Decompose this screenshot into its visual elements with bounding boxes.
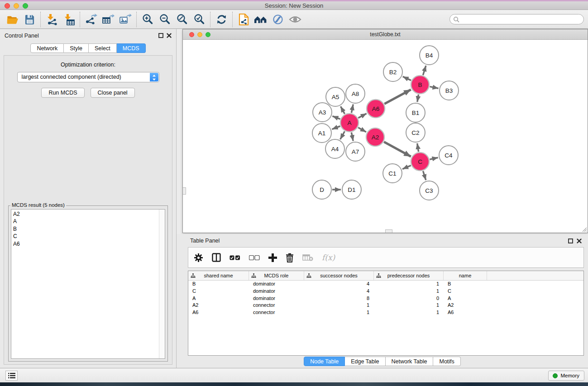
graph-node-B1[interactable]: B1 [406,103,425,122]
mcds-result-item[interactable]: A [13,218,165,225]
export-image-button[interactable] [117,11,134,28]
tab-network-table[interactable]: Network Table [386,357,434,366]
delete-column-button[interactable] [286,251,294,264]
table-cell[interactable]: A [188,295,249,302]
graph-edge-B-B1[interactable] [417,95,419,102]
graph-node-A8[interactable]: A8 [346,84,365,103]
home-button[interactable] [252,11,269,28]
table-cell[interactable]: C [444,288,487,295]
graph-node-A2[interactable]: A2 [366,128,384,146]
table-row[interactable]: A6connector11A6 [188,309,583,316]
table-cell[interactable]: 1 [304,309,374,316]
resize-grip-icon[interactable] [581,226,587,232]
table-cell[interactable]: 4 [304,281,374,288]
graph-edge-C-C1[interactable] [402,166,411,169]
zoom-fit-button[interactable] [173,11,191,28]
tab-select[interactable]: Select [89,43,117,53]
close-panel-icon[interactable] [167,33,172,38]
run-mcds-button[interactable]: Run MCDS [41,88,84,98]
graph-edge-A-A1[interactable] [332,126,340,129]
graph-edge-A-A2[interactable] [358,128,366,132]
close-panel-button[interactable]: Close panel [91,88,135,98]
vertical-scroll-indicator[interactable] [183,187,186,195]
table-cell[interactable]: 1 [374,309,444,316]
table-cell[interactable]: 0 [374,295,444,302]
table-row[interactable]: Adominator80A [188,295,583,302]
tab-node-table[interactable]: Node Table [304,357,345,366]
zoom-out-button[interactable] [156,11,173,28]
table-cell[interactable]: A6 [188,309,249,316]
graph-edge-C-C3[interactable] [423,171,426,180]
mcds-result-item[interactable]: C [13,233,165,240]
column-header-shared-name[interactable]: shared name [188,271,249,280]
deselect-all-columns-button[interactable] [249,251,260,264]
import-network-button[interactable] [43,11,60,28]
table-settings-button[interactable] [194,251,203,264]
close-window-button[interactable] [5,3,10,9]
graph-node-A[interactable]: A [340,114,359,132]
table-cell[interactable]: A2 [444,302,487,309]
graph-node-C3[interactable]: C3 [420,181,439,200]
graph-node-A4[interactable]: A4 [325,139,344,158]
zoom-in-button[interactable] [139,11,156,28]
import-table-button[interactable] [60,11,77,28]
table-cell[interactable]: dominator [249,295,304,302]
graph-node-D[interactable]: D [312,180,331,199]
tab-motifs[interactable]: Motifs [433,357,460,366]
graph-edge-A-A8[interactable] [351,105,353,113]
mcds-result-item[interactable]: A2 [13,210,165,218]
table-cell[interactable]: 1 [304,302,374,309]
table-cell[interactable]: A [444,295,487,302]
export-table-button[interactable] [100,11,117,28]
graph-node-A6[interactable]: A6 [367,100,385,118]
close-panel-icon[interactable] [577,238,582,243]
horizontal-scroll-indicator[interactable] [385,229,392,233]
delete-table-button[interactable] [302,251,313,264]
column-header-mcds-role[interactable]: MCDS role [249,271,304,280]
mcds-result-list[interactable]: A2ABCA6 [11,209,165,359]
network-zoom-button[interactable] [206,32,210,37]
table-cell[interactable]: dominator [249,281,304,288]
search-input[interactable] [459,15,583,24]
network-document-button[interactable] [235,11,252,28]
table-cell[interactable]: 8 [304,295,374,302]
table-cell[interactable]: B [444,281,487,288]
graph-edge-A-A5[interactable] [340,106,344,114]
graph-edge-A6-B[interactable] [384,90,411,104]
graph-edge-B-B2[interactable] [403,76,411,81]
column-header-successor-nodes[interactable]: successor nodes [304,271,374,280]
task-history-button[interactable] [5,371,18,381]
graph-edge-A2-C[interactable] [384,142,411,157]
graph-node-C2[interactable]: C2 [406,123,425,142]
create-column-button[interactable] [268,251,277,264]
graph-node-C1[interactable]: C1 [383,164,402,183]
graph-node-B2[interactable]: B2 [383,62,402,81]
network-canvas[interactable]: B4B2BB3A8A5A6A3B1AC2A1A2A4A7C4CC1DD1C3 [183,40,588,233]
table-cell[interactable]: dominator [249,288,304,295]
mcds-result-item[interactable]: A6 [13,240,165,248]
table-cell[interactable]: A6 [444,309,487,316]
result-scrollbar[interactable] [159,210,165,358]
table-row[interactable]: A2connector11A2 [188,302,583,309]
graph-edge-A-A3[interactable] [332,116,340,119]
float-panel-icon[interactable] [568,238,573,243]
table-cell[interactable]: A2 [188,302,249,309]
graph-edge-B-B3[interactable] [430,86,439,88]
table-cell[interactable]: 4 [304,288,374,295]
criterion-select[interactable]: largest connected component (directed) [17,72,159,82]
float-panel-icon[interactable] [158,33,163,38]
graph-node-B3[interactable]: B3 [440,81,459,100]
tab-network[interactable]: Network [30,43,64,53]
table-row[interactable]: Bdominator41B [188,281,583,288]
graph-edge-A-A7[interactable] [351,133,353,141]
table-cell[interactable]: 1 [374,281,444,288]
table-cell[interactable]: connector [249,302,304,309]
show-graphics-details-button[interactable] [287,11,304,28]
table-row[interactable]: Cdominator41C [188,288,583,295]
toggle-column-view-button[interactable] [212,251,221,264]
graph-node-A3[interactable]: A3 [313,103,332,122]
graph-edge-A-A6[interactable] [358,114,366,118]
select-all-columns-button[interactable] [229,251,240,264]
save-session-button[interactable] [21,11,38,28]
column-header-name[interactable]: name [444,271,487,280]
